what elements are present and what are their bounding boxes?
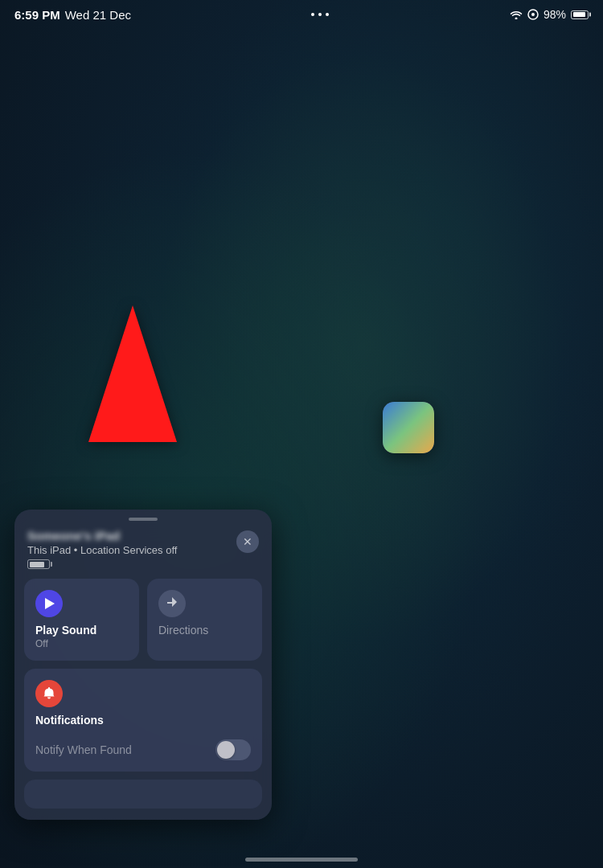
status-bar: 6:59 PM Wed 21 Dec 98% [0, 0, 603, 29]
app-icon-inner [383, 402, 434, 453]
battery-icon [571, 10, 589, 19]
battery-percentage: 98% [544, 8, 566, 21]
toggle-knob [217, 741, 235, 759]
home-indicator[interactable] [245, 858, 358, 862]
directions-button[interactable]: Directions [147, 579, 262, 661]
svg-point-1 [531, 13, 535, 16]
notification-icon-circle [35, 680, 63, 707]
close-button[interactable]: ✕ [236, 530, 259, 553]
device-battery-fill [30, 562, 44, 567]
directions-title: Directions [158, 624, 251, 637]
status-date: Wed 21 Dec [65, 8, 131, 22]
notify-when-found-toggle[interactable] [215, 739, 251, 760]
directions-icon-circle [158, 590, 186, 617]
device-subtitle: This iPad • Location Services off [27, 544, 236, 556]
wifi-icon [510, 10, 523, 19]
location-marker [88, 305, 177, 442]
directions-icon [164, 596, 180, 612]
bottom-partial-section [24, 780, 262, 809]
dot-3 [326, 13, 329, 16]
floating-app-icon[interactable] [383, 402, 434, 453]
play-sound-title: Play Sound [35, 624, 128, 637]
bell-icon [42, 686, 56, 701]
notifications-section: Notifications Notify When Found [24, 669, 262, 772]
play-icon [45, 598, 55, 609]
play-sound-button[interactable]: Play Sound Off [24, 579, 139, 661]
status-center-dots [311, 13, 329, 16]
device-battery-indicator [27, 559, 50, 569]
location-icon [527, 9, 539, 20]
dot-2 [318, 13, 322, 16]
status-right: 98% [510, 8, 589, 21]
dot-1 [311, 13, 314, 16]
play-icon-circle [35, 590, 63, 617]
notify-when-found-row: Notify When Found [35, 739, 251, 760]
notify-when-found-label: Notify When Found [35, 743, 132, 756]
actions-grid: Play Sound Off Directions [14, 579, 272, 669]
device-name: Someone's iPad [27, 529, 236, 542]
play-sound-subtitle: Off [35, 638, 128, 649]
close-icon: ✕ [243, 536, 252, 547]
panel-header-info: Someone's iPad This iPad • Location Serv… [27, 529, 236, 572]
find-my-panel: Someone's iPad This iPad • Location Serv… [14, 510, 272, 820]
notifications-title: Notifications [35, 714, 251, 727]
status-time: 6:59 PM [14, 8, 60, 22]
panel-header: Someone's iPad This iPad • Location Serv… [14, 521, 272, 579]
